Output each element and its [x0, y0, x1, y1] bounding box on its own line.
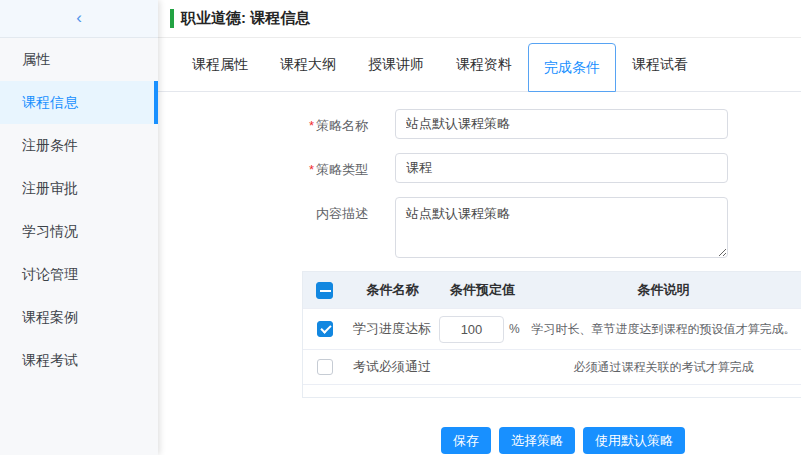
tab-course-attributes[interactable]: 课程属性 [176, 38, 264, 91]
column-header-condition-value: 条件预定值 [439, 281, 526, 299]
description-label: 内容描述 [158, 197, 368, 262]
tab-course-preview[interactable]: 课程试看 [616, 38, 704, 91]
main-content: 职业道德: 课程信息 课程属性 课程大纲 授课讲师 课程资料 完成条件 课程试看… [158, 0, 801, 455]
progress-value-input[interactable] [439, 316, 504, 343]
strategy-name-input[interactable] [395, 109, 728, 139]
sidebar-item-label: 讨论管理 [22, 266, 78, 282]
form-row-description: 内容描述 站点默认课程策略 [158, 197, 801, 262]
row-checkbox-progress[interactable] [317, 321, 333, 337]
form-row-strategy-type: *策略类型 [158, 153, 801, 183]
row-checkbox-exam[interactable] [317, 359, 333, 375]
tab-course-materials[interactable]: 课程资料 [440, 38, 528, 91]
page: ‹ 属性 课程信息 注册条件 注册审批 学习情况 讨论管理 课程案例 课程考试 … [0, 0, 801, 455]
strategy-type-input[interactable] [395, 153, 728, 183]
sidebar-item-register-conditions[interactable]: 注册条件 [0, 124, 158, 167]
required-marker: * [309, 118, 314, 133]
table-header-row: 条件名称 条件预定值 条件说明 [303, 272, 801, 308]
column-header-condition-name: 条件名称 [346, 281, 439, 299]
sidebar-item-label: 注册条件 [22, 137, 78, 153]
condition-description: 必须通过课程关联的考试才算完成 [526, 359, 801, 376]
sidebar-item-label: 注册审批 [22, 180, 78, 196]
tab-label: 完成条件 [544, 59, 600, 75]
table-row-progress: 学习进度达标 % 学习时长、章节进度达到课程的预设值才算完成。 [303, 308, 801, 349]
sidebar-item-discussion-management[interactable]: 讨论管理 [0, 253, 158, 296]
percent-unit: % [509, 322, 520, 336]
page-title: 职业道德: 课程信息 [181, 9, 310, 28]
tab-label: 课程大纲 [280, 56, 336, 72]
select-all-checkbox[interactable] [316, 282, 333, 299]
tab-label: 授课讲师 [368, 56, 424, 72]
tab-lecturers[interactable]: 授课讲师 [352, 38, 440, 91]
sidebar-item-label: 属性 [22, 51, 50, 67]
sidebar-item-course-info[interactable]: 课程信息 [0, 81, 158, 124]
sidebar-item-label: 课程考试 [22, 352, 78, 368]
title-accent-bar [170, 9, 174, 28]
sidebar-item-label: 学习情况 [22, 223, 78, 239]
tab-course-outline[interactable]: 课程大纲 [264, 38, 352, 91]
select-strategy-button[interactable]: 选择策略 [499, 427, 575, 454]
condition-name: 学习进度达标 [346, 320, 439, 338]
tab-label: 课程资料 [456, 56, 512, 72]
table-row-exam: 考试必须通过 必须通过课程关联的考试才算完成 [303, 349, 801, 384]
sidebar-item-label: 课程信息 [22, 94, 78, 110]
sidebar-item-attributes[interactable]: 属性 [0, 38, 158, 81]
sidebar-item-course-exams[interactable]: 课程考试 [0, 339, 158, 382]
collapse-chevron-icon: ‹ [76, 8, 82, 27]
tab-completion-conditions[interactable]: 完成条件 [528, 43, 616, 92]
strategy-form: *策略名称 *策略类型 内容描述 站点默认课程策略 [158, 109, 801, 262]
label-text: 策略类型 [316, 162, 368, 177]
sidebar-item-study-status[interactable]: 学习情况 [0, 210, 158, 253]
label-text: 策略名称 [316, 118, 368, 133]
tab-label: 课程属性 [192, 56, 248, 72]
strategy-type-label: *策略类型 [158, 153, 368, 183]
sidebar-item-register-approval[interactable]: 注册审批 [0, 167, 158, 210]
description-textarea[interactable]: 站点默认课程策略 [395, 197, 728, 258]
table-footer-row [303, 384, 801, 397]
sidebar-item-course-cases[interactable]: 课程案例 [0, 296, 158, 339]
sidebar-collapse-button[interactable]: ‹ [0, 0, 158, 38]
save-button[interactable]: 保存 [441, 427, 491, 454]
title-bar: 职业道德: 课程信息 [158, 0, 801, 38]
tab-label: 课程试看 [632, 56, 688, 72]
sidebar-item-label: 课程案例 [22, 309, 78, 325]
action-buttons: 保存 选择策略 使用默认策略 [441, 427, 801, 454]
form-row-strategy-name: *策略名称 [158, 109, 801, 139]
column-header-condition-description: 条件说明 [526, 281, 801, 299]
condition-description: 学习时长、章节进度达到课程的预设值才算完成。 [526, 321, 801, 338]
use-default-strategy-button[interactable]: 使用默认策略 [583, 427, 685, 454]
required-marker: * [309, 162, 314, 177]
label-text: 内容描述 [316, 206, 368, 221]
strategy-name-label: *策略名称 [158, 109, 368, 139]
sidebar: ‹ 属性 课程信息 注册条件 注册审批 学习情况 讨论管理 课程案例 课程考试 [0, 0, 158, 455]
conditions-table: 条件名称 条件预定值 条件说明 学习进度达标 % 学习时长、章节进度达到课程的预… [302, 271, 801, 398]
condition-name: 考试必须通过 [346, 358, 439, 376]
tabs-bar: 课程属性 课程大纲 授课讲师 课程资料 完成条件 课程试看 [158, 38, 801, 92]
